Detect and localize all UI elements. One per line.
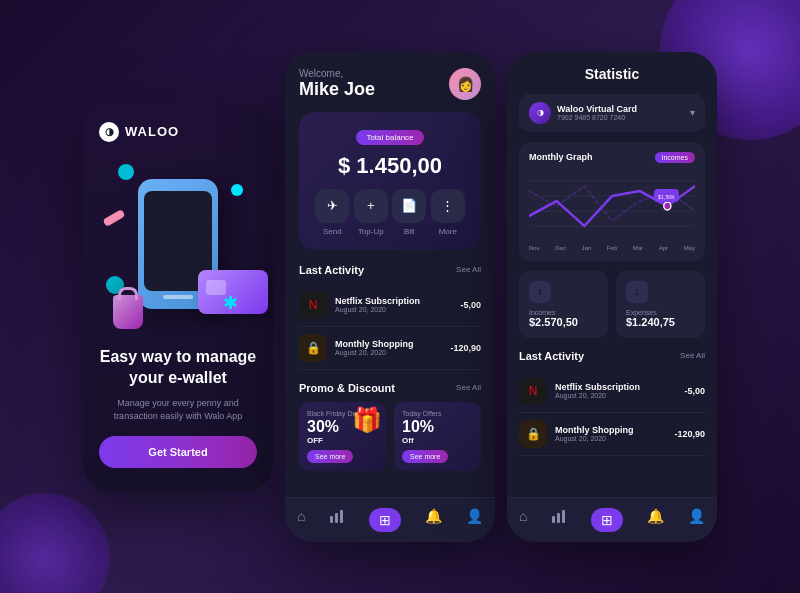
svg-rect-0 (330, 516, 333, 523)
shopping-icon: 🔒 (299, 334, 327, 362)
netflix-info: Netflix Subscription August 20, 2020 (335, 296, 452, 313)
chart-label-may: May (684, 245, 695, 251)
shopping-info: Monthly Shopping August 20, 2020 (335, 339, 442, 356)
chart-labels: Nov Dec Jan Feb Mar Apr May (529, 245, 695, 251)
screens-container: ◑ WALOO ✱ Easy way to manage your e-wall… (83, 52, 717, 542)
nav-profile-3[interactable]: 👤 (688, 508, 705, 532)
promo-off-2: Off (402, 436, 473, 445)
screen-onboarding: ◑ WALOO ✱ Easy way to manage your e-wall… (83, 102, 273, 492)
chart-label-nov: Nov (529, 245, 540, 251)
send-button[interactable]: ✈ Send (315, 189, 349, 236)
vc-logo: ◑ (529, 102, 551, 124)
nav-profile-2[interactable]: 👤 (466, 508, 483, 532)
stat-box-incomes: ↑ Incomes $2.570,50 (519, 271, 608, 338)
svg-rect-10 (552, 516, 555, 523)
chart-label-apr: Apr (659, 245, 668, 251)
stat-activity-see-all[interactable]: See All (680, 351, 705, 360)
nav-scan-2[interactable]: ⊞ (369, 508, 401, 532)
chart-container: $1,50K (529, 171, 695, 241)
netflix-name: Netflix Subscription (335, 296, 452, 306)
decoration-bag (113, 295, 143, 329)
stat-activity-netflix: N Netflix Subscription August 20, 2020 -… (519, 370, 705, 413)
incomes-label: Incomes (529, 309, 598, 316)
expenses-icon: ↓ (626, 281, 648, 303)
send-icon: ✈ (315, 189, 349, 223)
shopping-name: Monthly Shopping (335, 339, 442, 349)
promo-section: Promo & Discount See All Black Friday De… (299, 382, 481, 471)
nav-home-3[interactable]: ⌂ (519, 508, 527, 532)
screen-dashboard: Welcome, Mike Joe 👩 Total balance $ 1.45… (285, 52, 495, 542)
svg-rect-1 (335, 513, 338, 523)
graph-badge: Incomes (655, 152, 695, 163)
nav-chart-3[interactable] (551, 508, 567, 532)
netflix-amount: -5,00 (460, 300, 481, 310)
promo-see-more-1[interactable]: See more (307, 450, 353, 463)
last-activity-see-all[interactable]: See All (456, 265, 481, 274)
last-activity-title: Last Activity (299, 264, 364, 276)
chart-svg: $1,50K (529, 171, 695, 241)
nav-home-2[interactable]: ⌂ (297, 508, 305, 532)
promo-title: Promo & Discount (299, 382, 395, 394)
decoration-blob-2 (231, 184, 243, 196)
activity-netflix: N Netflix Subscription August 20, 2020 -… (299, 284, 481, 327)
stat-shopping-name: Monthly Shopping (555, 425, 666, 435)
decoration-pink (102, 209, 125, 227)
balance-card: Total balance $ 1.450,00 ✈ Send + Top-Up… (299, 112, 481, 250)
vc-info: Waloo Virtual Card 7902 9485 8720 7240 (557, 104, 637, 121)
stat-netflix-date: August 20, 2020 (555, 392, 676, 399)
get-started-button[interactable]: Get Started (99, 436, 257, 468)
stat-shopping-amount: -120,90 (674, 429, 705, 439)
svg-rect-11 (557, 513, 560, 523)
nav-bell-2[interactable]: 🔔 (425, 508, 442, 532)
nav-scan-3[interactable]: ⊞ (591, 508, 623, 532)
stat-title: Statistic (519, 66, 705, 82)
svg-rect-2 (340, 510, 343, 523)
send-label: Send (323, 227, 342, 236)
promo-off-1: OFF (307, 436, 378, 445)
nav-scan-active-bg-3: ⊞ (591, 508, 623, 532)
vc-name: Waloo Virtual Card (557, 104, 637, 114)
expenses-amount: $1.240,75 (626, 316, 695, 328)
stat-netflix-info: Netflix Subscription August 20, 2020 (555, 382, 676, 399)
svg-rect-12 (562, 510, 565, 523)
topup-button[interactable]: + Top-Up (354, 189, 388, 236)
virtual-card-row[interactable]: ◑ Waloo Virtual Card 7902 9485 8720 7240… (519, 94, 705, 132)
vc-chevron-icon: ▾ (690, 107, 695, 118)
bill-button[interactable]: 📄 Bill (392, 189, 426, 236)
netflix-date: August 20, 2020 (335, 306, 452, 313)
onboarding-text: Easy way to manage your e-wallet Manage … (99, 347, 257, 468)
shopping-amount: -120,90 (450, 343, 481, 353)
graph-title: Monthly Graph (529, 152, 593, 162)
more-button[interactable]: ⋮ More (431, 189, 465, 236)
welcome-text: Welcome, (299, 68, 375, 79)
stat-netflix-amount: -5,00 (684, 386, 705, 396)
statistics-content: Statistic ◑ Waloo Virtual Card 7902 9485… (507, 52, 717, 497)
user-name: Mike Joe (299, 79, 375, 100)
promo-img-1: 🎁 (352, 406, 382, 434)
nav-bell-3[interactable]: 🔔 (647, 508, 664, 532)
promo-cards: Black Friday Deal 30% OFF See more 🎁 Tod… (299, 402, 481, 471)
topup-label: Top-Up (358, 227, 384, 236)
promo-see-all[interactable]: See All (456, 383, 481, 392)
stat-activity-shopping: 🔒 Monthly Shopping August 20, 2020 -120,… (519, 413, 705, 456)
bottom-nav-screen2: ⌂ ⊞ 🔔 👤 (285, 497, 495, 542)
bill-icon: 📄 (392, 189, 426, 223)
onboarding-title: Easy way to manage your e-wallet (99, 347, 257, 389)
user-avatar: 👩 (449, 68, 481, 100)
wifi-icon: ✱ (223, 292, 238, 314)
dashboard-header: Welcome, Mike Joe 👩 (299, 68, 481, 100)
stat-last-activity-header: Last Activity See All (519, 350, 705, 362)
action-buttons: ✈ Send + Top-Up 📄 Bill ⋮ More (313, 189, 467, 236)
vc-number: 7902 9485 8720 7240 (557, 114, 637, 121)
nav-chart-2[interactable] (329, 508, 345, 532)
netflix-icon: N (299, 291, 327, 319)
stat-box-expenses: ↓ Expenses $1.240,75 (616, 271, 705, 338)
balance-amount: $ 1.450,00 (313, 153, 467, 179)
logo-icon: ◑ (99, 122, 119, 142)
stat-shopping-icon: 🔒 (519, 420, 547, 448)
illustration-area: ✱ (98, 154, 258, 334)
decoration-blob-1 (118, 164, 134, 180)
promo-see-more-2[interactable]: See more (402, 450, 448, 463)
svg-text:$1,50K: $1,50K (658, 193, 675, 199)
onboarding-subtitle: Manage your every penny and transaction … (99, 397, 257, 424)
